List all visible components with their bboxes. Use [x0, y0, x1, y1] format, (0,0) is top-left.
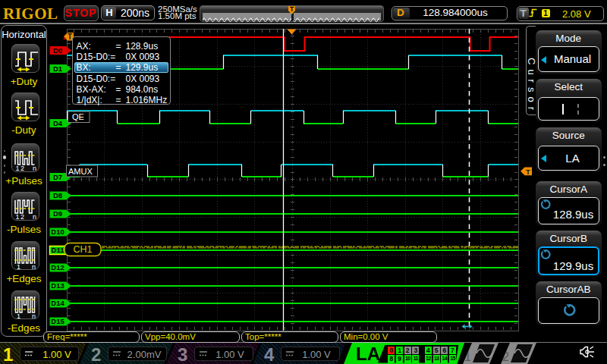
- svg-text:D4: D4: [53, 119, 63, 127]
- svg-text:D10: D10: [51, 228, 64, 236]
- svg-text:CH1: CH1: [73, 244, 92, 255]
- svg-text:D13: D13: [51, 281, 64, 290]
- svg-text:D7: D7: [53, 173, 62, 181]
- svg-text:QE: QE: [72, 112, 84, 121]
- svg-text:D9: D9: [53, 209, 62, 218]
- svg-text:D14: D14: [51, 299, 64, 307]
- svg-text:AMUX: AMUX: [68, 167, 93, 176]
- svg-text:D0: D0: [53, 46, 62, 55]
- svg-text:D12: D12: [51, 263, 64, 271]
- svg-text:D15: D15: [51, 317, 64, 325]
- svg-text:D1: D1: [53, 64, 63, 73]
- svg-text:D8: D8: [53, 191, 62, 199]
- svg-text:T: T: [526, 168, 530, 176]
- svg-text:D11: D11: [52, 246, 65, 254]
